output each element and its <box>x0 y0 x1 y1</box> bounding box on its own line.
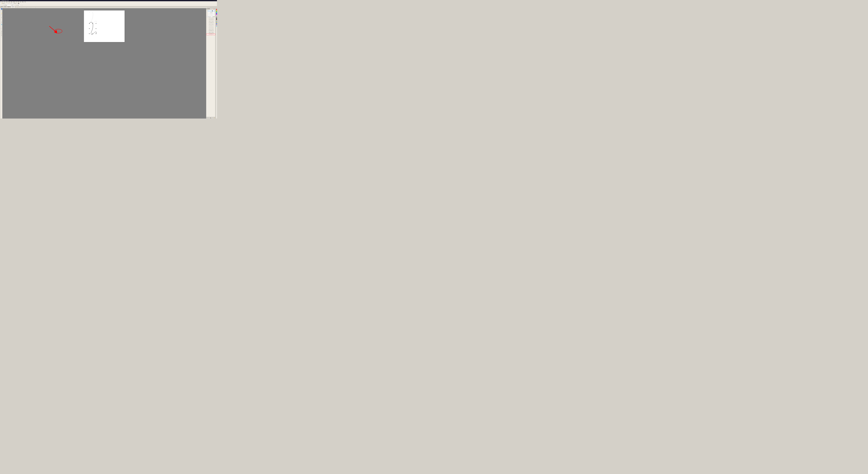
canvas-wrapper[interactable]: × <box>2 8 206 118</box>
tool-transparency[interactable]: ◈ <box>1 32 2 33</box>
redo-button[interactable]: ↪ <box>6 3 8 4</box>
panel-pin-button[interactable]: 📌 <box>213 8 214 9</box>
stroke-row-9[interactable]: ↔ <box>206 28 215 30</box>
tool-plus[interactable]: + <box>1 36 2 38</box>
thickness-input[interactable] <box>18 5 20 6</box>
expand-button[interactable]: ▶ <box>214 16 215 17</box>
snap-button[interactable]: Snap To ▾ <box>14 3 17 4</box>
tool-zoom[interactable]: 🔍 <box>1 11 2 12</box>
tool-preset[interactable]: ✒ <box>3 4 4 6</box>
zoom-select[interactable]: 75%100%50%25% <box>11 3 13 4</box>
category-dropdown[interactable]: CustomMediaStrokes <box>207 16 213 17</box>
preview-svg-1 <box>210 10 213 11</box>
tool-polygon[interactable]: ⬡ <box>1 21 2 22</box>
stroke-row-5[interactable]: ↔ <box>206 23 215 24</box>
apply-button[interactable]: Apply <box>209 117 212 118</box>
add-tab-button[interactable]: ✕ <box>15 6 16 7</box>
last-used-preview-2[interactable] <box>208 12 215 13</box>
last-used-preview-4[interactable] <box>208 14 215 16</box>
stroke-row-10[interactable]: ↔ <box>206 30 215 31</box>
stroke-row-8[interactable]: ↔ <box>206 27 215 28</box>
tool-artistic-media[interactable]: 🖌 <box>1 17 2 18</box>
import-button[interactable]: ⬇ <box>8 3 9 4</box>
tool-ellipse[interactable]: ○ <box>1 20 2 21</box>
options-button[interactable]: ⚙ <box>17 3 18 4</box>
menu-bitmaps[interactable]: Bitmaps <box>13 1 16 2</box>
save-button[interactable]: 💾 <box>3 3 4 4</box>
tool-measure[interactable]: ⊢ <box>1 35 2 36</box>
menu-tools[interactable]: Tools <box>19 1 21 2</box>
undo-button[interactable]: ↩ <box>5 3 6 4</box>
upper-curve <box>89 11 96 24</box>
tool-connector[interactable]: ⊞ <box>1 34 2 35</box>
layout-button[interactable]: ⬛▾ <box>18 3 20 4</box>
stroke-row-12[interactable]: ↔ <box>206 32 215 34</box>
menu-help[interactable]: Help <box>24 1 26 2</box>
tool-distort[interactable]: ∿ <box>1 29 2 31</box>
stroke-row-7[interactable]: ↔ <box>206 26 215 27</box>
tool-pan[interactable]: ✋ <box>1 12 2 14</box>
minimize-button[interactable]: ─ <box>213 0 214 1</box>
preview-svg-2 <box>210 12 213 13</box>
tool-mode-select[interactable]: ↖ <box>0 4 1 6</box>
width-picker[interactable]: ▾ <box>14 4 16 6</box>
width-input[interactable] <box>12 5 14 6</box>
style-dropdown[interactable]: Artistic ▾ <box>5 5 11 6</box>
color-light-cyan[interactable] <box>216 26 217 27</box>
tool-eyedropper[interactable]: 💉 <box>1 25 2 26</box>
svg-text:4: 4 <box>0 24 0 24</box>
stroke-row-11[interactable]: ↔ <box>206 31 215 32</box>
menu-text[interactable]: Text <box>16 1 18 2</box>
tool-eraser[interactable]: ⬜ <box>1 26 2 28</box>
no-color-swatch[interactable] <box>216 8 217 9</box>
zoom-out-button[interactable]: 🔍 <box>207 117 207 118</box>
export-button[interactable]: ⬆ <box>9 3 10 4</box>
add-button[interactable]: + <box>22 4 23 6</box>
maximize-button[interactable]: □ <box>214 0 215 1</box>
tool-freehand[interactable]: ✏ <box>1 4 3 6</box>
dropdown-arrow: ▾ <box>11 5 11 5</box>
save-category-button[interactable]: 💾 <box>213 16 214 17</box>
svg-text:3: 3 <box>0 19 0 20</box>
tab-untitled3cdr[interactable]: Untitled-3.cdr <box>7 6 11 7</box>
menu-object[interactable]: Object <box>8 1 10 2</box>
tool-selector[interactable]: ↖ <box>1 8 2 9</box>
stroke-row-13-circled[interactable]: ↔ <box>206 34 215 35</box>
tool-blend[interactable]: ⬡ <box>1 28 2 29</box>
tool-fill[interactable]: 🪣 <box>1 24 2 25</box>
print-button[interactable]: 🖨 <box>4 3 5 4</box>
stroke-svg-13 <box>209 34 214 35</box>
open-button[interactable]: 📂 <box>1 3 3 4</box>
menu-edit[interactable]: Edit <box>2 1 4 2</box>
svg-text:2: 2 <box>0 15 0 15</box>
thickness-unit[interactable]: ↕ <box>21 4 22 6</box>
stroke-row-6[interactable]: ↔ <box>206 24 215 26</box>
menu-table[interactable]: Table <box>18 1 20 2</box>
tab-untitled4[interactable]: Untitled-4 <box>11 6 14 7</box>
tool-shadow[interactable]: ◑ <box>1 31 2 32</box>
tool-text[interactable]: A <box>1 22 2 24</box>
menu-file[interactable]: File <box>0 1 2 2</box>
new-button[interactable]: 📄 <box>0 3 1 4</box>
menu-layout[interactable]: Layout <box>6 1 8 2</box>
stroke-row-2[interactable]: ↔ <box>206 19 215 20</box>
last-used-preview-3[interactable] <box>208 13 215 14</box>
tool-node[interactable]: ⊕ <box>1 9 2 11</box>
tab-untitled2[interactable]: Untitled-2 <box>0 6 3 7</box>
lock-button[interactable]: 🔒 <box>214 117 215 118</box>
last-used-icon-3: ↔ <box>207 13 208 14</box>
tool-brush[interactable]: 🖌 <box>4 4 5 6</box>
menu-window[interactable]: Window <box>22 1 24 2</box>
tool-rectangle[interactable]: □ <box>1 18 2 20</box>
tab-untitled1[interactable]: Untitled-1 <box>4 6 7 7</box>
last-used-preview-1[interactable] <box>208 10 215 11</box>
menu-view[interactable]: View <box>4 1 6 2</box>
tool-freehand-draw[interactable]: ✒ <box>1 14 2 15</box>
panel-close-button[interactable]: ✕ <box>214 8 215 9</box>
stroke-row-3[interactable]: ↔ <box>206 20 215 22</box>
stroke-row-4[interactable]: ↔ <box>206 22 215 23</box>
tool-smart-draw[interactable]: ⋯ <box>1 15 2 16</box>
close-button[interactable]: ✕ <box>215 0 217 1</box>
menu-effects[interactable]: Effects <box>10 1 13 2</box>
stroke-row-1[interactable]: ↔ <box>206 17 215 19</box>
